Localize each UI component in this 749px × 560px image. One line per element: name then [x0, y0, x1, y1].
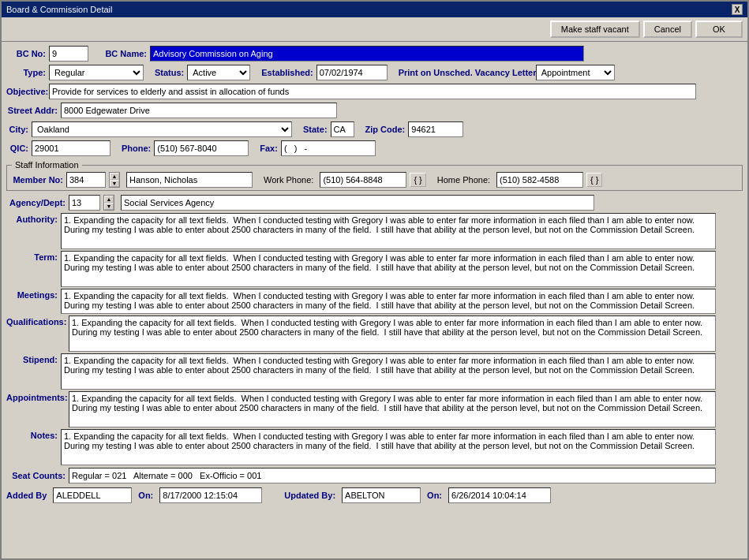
home-phone-detail-button[interactable]: { }: [586, 173, 602, 187]
type-label: Type:: [6, 68, 46, 77]
staff-section-legend: Staff Information: [12, 160, 82, 170]
city-label: City:: [6, 125, 28, 134]
term-textarea[interactable]: 1. Expanding the capacity for all text f…: [61, 251, 716, 287]
established-input[interactable]: [316, 65, 388, 80]
bc-name-label: BC Name:: [99, 49, 147, 58]
seat-counts-label: Seat Counts:: [6, 471, 66, 480]
row-street: Street Addr:: [6, 102, 743, 119]
work-phone-input[interactable]: [320, 172, 406, 188]
appointments-textarea[interactable]: 1. Expanding the capacity for all text f…: [69, 391, 716, 427]
zip-input[interactable]: [408, 121, 463, 137]
status-label: Status:: [155, 68, 184, 77]
spin-down-icon[interactable]: ▼: [110, 180, 119, 187]
home-phone-label: Home Phone:: [437, 175, 490, 185]
city-select[interactable]: Oakland: [32, 121, 292, 137]
qic-label: QIC:: [6, 144, 28, 153]
updated-on-label: On:: [427, 491, 442, 500]
make-staff-vacant-button[interactable]: Make staff vacant: [550, 21, 640, 38]
updated-on-input[interactable]: [448, 487, 551, 503]
row-type: Type: Regular Status: Active Established…: [6, 64, 743, 81]
form-content: BC No: BC Name: Type: Regular Status: Ac…: [2, 42, 747, 558]
authority-label: Authority:: [6, 213, 58, 224]
updated-by-label: Updated By:: [284, 491, 335, 500]
ok-button[interactable]: OK: [695, 21, 743, 38]
row-qic: QIC: Phone: Fax:: [6, 140, 743, 157]
close-button[interactable]: X: [732, 4, 743, 15]
phone-input[interactable]: [154, 140, 249, 156]
fax-input[interactable]: [281, 140, 376, 156]
stipend-label: Stipend:: [6, 353, 58, 364]
qualifications-label: Qualifications:: [6, 315, 66, 327]
toolbar: Make staff vacant Cancel OK: [2, 17, 747, 42]
row-term: Term: 1. Expanding the capacity for all …: [6, 251, 743, 287]
agency-dept-name-input[interactable]: [121, 195, 594, 211]
qic-input[interactable]: [32, 140, 110, 156]
staff-information-group: Staff Information Member No: ▲ ▼ Work Ph…: [6, 160, 743, 191]
notes-label: Notes:: [6, 429, 58, 440]
street-addr-input[interactable]: [61, 103, 337, 118]
spin-up-icon[interactable]: ▲: [110, 173, 119, 180]
agency-spin-up-icon[interactable]: ▲: [104, 196, 114, 203]
qualifications-textarea[interactable]: 1. Expanding the capacity for all text f…: [69, 315, 716, 352]
zip-label: Zip Code:: [365, 125, 406, 134]
fax-label: Fax:: [260, 144, 278, 153]
row-objective: Objective:: [6, 83, 743, 100]
agency-dept-spinner[interactable]: ▲ ▼: [103, 195, 114, 211]
bc-no-label: BC No:: [6, 49, 46, 58]
row-appointments: Appointments: 1. Expanding the capacity …: [6, 391, 743, 427]
stipend-textarea[interactable]: 1. Expanding the capacity for all text f…: [61, 353, 716, 390]
member-name-input[interactable]: [126, 172, 253, 188]
phone-label: Phone:: [122, 144, 151, 153]
print-select[interactable]: Appointment: [536, 65, 615, 80]
updated-by-input[interactable]: [342, 487, 421, 503]
type-select[interactable]: Regular: [49, 65, 144, 80]
bc-no-input[interactable]: [49, 46, 88, 62]
added-on-input[interactable]: [159, 487, 262, 503]
seat-counts-input[interactable]: [69, 468, 716, 483]
row-bc-no: BC No: BC Name:: [6, 45, 743, 62]
appointments-label: Appointments:: [6, 391, 66, 402]
meetings-label: Meetings:: [6, 289, 58, 300]
window-title: Board & Commission Detail: [6, 5, 113, 14]
meetings-textarea[interactable]: 1. Expanding the capacity for all text f…: [61, 289, 716, 314]
added-on-label: On:: [138, 491, 153, 500]
work-phone-label: Work Phone:: [264, 175, 313, 185]
footer-row: Added By On: Updated By: On:: [6, 486, 743, 505]
work-phone-detail-button[interactable]: { }: [410, 173, 425, 187]
authority-textarea[interactable]: 1. Expanding the capacity for all text f…: [61, 213, 716, 249]
row-city: City: Oakland State: Zip Code:: [6, 121, 743, 138]
agency-dept-label: Agency/Dept:: [6, 198, 66, 207]
home-phone-input[interactable]: [496, 172, 583, 188]
state-label: State:: [303, 125, 328, 134]
member-row: Member No: ▲ ▼ Work Phone: { } Home Phon…: [12, 172, 737, 188]
bc-name-input[interactable]: [150, 46, 584, 62]
row-notes: Notes: 1. Expanding the capacity for all…: [6, 429, 743, 465]
row-qualifications: Qualifications: 1. Expanding the capacit…: [6, 315, 743, 352]
row-meetings: Meetings: 1. Expanding the capacity for …: [6, 289, 743, 314]
main-window: Board & Commission Detail X Make staff v…: [0, 0, 749, 560]
row-seat-counts: Seat Counts:: [6, 467, 743, 484]
row-stipend: Stipend: 1. Expanding the capacity for a…: [6, 353, 743, 390]
added-by-label: Added By: [6, 491, 47, 500]
term-label: Term:: [6, 251, 58, 262]
print-label: Print on Unsched. Vacancy Letter:: [399, 68, 533, 77]
established-label: Established:: [261, 68, 313, 77]
title-bar: Board & Commission Detail X: [2, 2, 747, 17]
objective-input[interactable]: [49, 84, 696, 99]
street-addr-label: Street Addr:: [6, 106, 58, 115]
row-agency: Agency/Dept: ▲ ▼: [6, 194, 743, 211]
agency-dept-no-input[interactable]: [69, 195, 100, 211]
member-no-spinner[interactable]: ▲ ▼: [109, 172, 120, 188]
state-input[interactable]: [331, 121, 354, 137]
member-no-label: Member No:: [12, 175, 63, 185]
notes-textarea[interactable]: 1. Expanding the capacity for all text f…: [61, 429, 716, 465]
member-no-input[interactable]: [66, 172, 106, 188]
cancel-button[interactable]: Cancel: [643, 21, 692, 38]
row-authority: Authority: 1. Expanding the capacity for…: [6, 213, 743, 249]
agency-spin-down-icon[interactable]: ▼: [104, 203, 114, 210]
added-by-input[interactable]: [53, 487, 132, 503]
status-select[interactable]: Active: [187, 65, 250, 80]
objective-label: Objective:: [6, 87, 46, 96]
